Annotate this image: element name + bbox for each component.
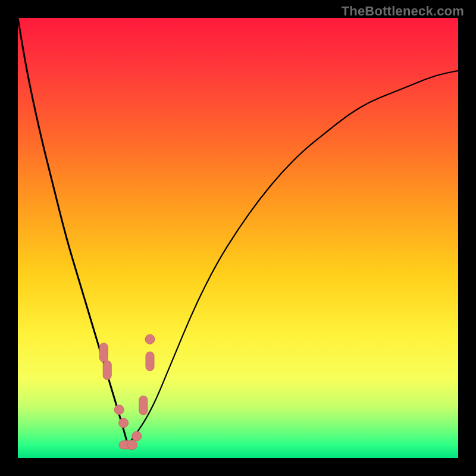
marker-9 bbox=[145, 334, 155, 344]
marker-3 bbox=[119, 418, 129, 428]
curve-left-branch bbox=[18, 18, 128, 445]
plot-area bbox=[18, 18, 458, 458]
marker-0 bbox=[99, 343, 108, 362]
marker-8 bbox=[146, 352, 154, 371]
marker-7 bbox=[139, 396, 148, 415]
chart-frame: TheBottleneck.com bbox=[0, 0, 476, 476]
marker-6 bbox=[132, 431, 142, 441]
curve-right-branch bbox=[128, 71, 458, 445]
marker-5 bbox=[127, 440, 137, 450]
watermark-text: TheBottleneck.com bbox=[342, 4, 464, 19]
marker-1 bbox=[103, 361, 111, 380]
bottleneck-curve bbox=[18, 18, 458, 445]
curve-layer bbox=[18, 18, 458, 458]
marker-cluster bbox=[99, 334, 155, 450]
marker-2 bbox=[114, 405, 124, 415]
